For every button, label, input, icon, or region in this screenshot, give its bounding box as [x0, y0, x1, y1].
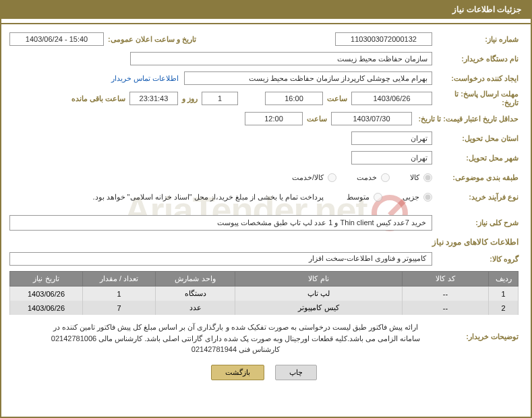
label-reply-deadline: مهلت ارسال پاسخ: تا تاریخ:	[432, 90, 519, 107]
label-hour-2: ساعت	[307, 115, 327, 123]
field-province: تهران	[351, 131, 432, 145]
table-row: 2--کیس کامپیوترعدد71403/06/26	[10, 301, 519, 315]
field-remaining-time: 23:31:43	[129, 92, 178, 105]
field-overall-desc: خرید 7عدد کیس Thin client و 1 عدد لپ تاپ…	[9, 215, 432, 231]
table-cell-code: --	[403, 287, 489, 301]
category-radio-0[interactable]	[423, 173, 432, 182]
category-label-1: خدمت	[357, 173, 377, 182]
print-button[interactable]: چاپ	[275, 365, 317, 380]
label-province: استان محل تحویل:	[432, 134, 519, 143]
table-cell-date: 1403/06/26	[10, 301, 83, 315]
label-days-and: روز و	[182, 94, 198, 103]
label-requester: ایجاد کننده درخواست:	[432, 74, 519, 83]
table-header-4: تعداد / مقدار	[83, 272, 156, 287]
table-cell-idx: 2	[489, 301, 519, 315]
table-header-1: کد کالا	[403, 272, 489, 287]
category-option-1[interactable]: خدمت	[357, 173, 390, 182]
process-option-1[interactable]: متوسط	[347, 193, 382, 202]
label-need-no: شماره نیاز:	[432, 35, 519, 44]
label-remaining: ساعت باقی مانده	[71, 94, 125, 103]
table-header-5: تاریخ نیاز	[10, 272, 83, 287]
field-remaining-days: 1	[202, 92, 238, 105]
label-purchase-type: نوع فرآیند خرید:	[432, 193, 519, 202]
table-cell-code: --	[403, 301, 489, 315]
purchase-note: پرداخت تمام یا بخشی از مبلغ خرید،از محل …	[92, 193, 324, 202]
table-row: 1--لپ تاپدستگاه11403/06/26	[10, 287, 519, 301]
label-buyer-notes: توضیحات خریدار:	[432, 320, 519, 341]
section-goods-info: اطلاعات کالاهای مورد نیاز	[9, 237, 519, 247]
label-min-validity: حداقل تاریخ اعتبار قیمت: تا تاریخ:	[412, 115, 519, 123]
table-cell-qty: 7	[83, 301, 156, 315]
goods-table: ردیفکد کالانام کالاواحد شمارشتعداد / مقد…	[9, 271, 519, 315]
table-cell-unit: عدد	[156, 301, 235, 315]
category-label-0: کالا	[410, 173, 419, 182]
label-goods-group: گروه کالا:	[432, 255, 519, 264]
back-button[interactable]: بازگشت	[211, 365, 264, 380]
label-city: شهر محل تحویل:	[432, 154, 519, 162]
table-cell-unit: دستگاه	[156, 287, 235, 301]
field-reply-time: 16:00	[265, 92, 323, 105]
field-requester: بهرام ملایی چوشلی کارپرداز سازمان حفاظت …	[184, 71, 432, 85]
field-validity-time: 12:00	[245, 112, 303, 125]
process-radio-1[interactable]	[374, 193, 382, 202]
field-validity-date: 1403/07/30	[331, 112, 412, 125]
process-label-0: جزیی	[403, 193, 419, 202]
label-hour-1: ساعت	[327, 94, 347, 103]
table-header-0: ردیف	[489, 272, 519, 287]
field-city: تهران	[351, 151, 432, 165]
process-option-0[interactable]: جزیی	[403, 193, 432, 202]
buyer-contact-link[interactable]: اطلاعات تماس خریدار	[111, 74, 179, 83]
category-label-2: کالا/خدمت	[292, 173, 324, 182]
label-announce-datetime: تاریخ و ساعت اعلان عمومی:	[108, 35, 196, 44]
category-radio-1[interactable]	[381, 173, 390, 182]
field-buyer-org: سازمان حفاظت محیط زیست	[130, 52, 432, 65]
table-cell-name: لپ تاپ	[235, 287, 403, 301]
field-goods-group: کامپیوتر و فناوری اطلاعات-سخت افزار	[9, 252, 432, 266]
field-announce-datetime: 1403/06/24 - 15:40	[9, 32, 104, 46]
field-buyer-notes: ارائه پیش فاکتور طبق لیست درخواستی به صو…	[9, 320, 432, 357]
category-radio-2[interactable]	[328, 173, 336, 182]
category-option-2[interactable]: کالا/خدمت	[292, 173, 336, 182]
table-cell-qty: 1	[83, 287, 156, 301]
process-label-1: متوسط	[347, 193, 370, 202]
table-header-3: واحد شمارش	[156, 272, 235, 287]
label-buyer-org: نام دستگاه خریدار:	[432, 55, 519, 63]
table-cell-idx: 1	[489, 287, 519, 301]
label-category-type: طبقه بندی موضوعی:	[432, 173, 519, 182]
panel-title: جزئیات اطلاعات نیاز	[1, 0, 531, 19]
table-cell-name: کیس کامپیوتر	[235, 301, 403, 315]
table-header-2: نام کالا	[235, 272, 403, 287]
process-radio-0[interactable]	[423, 193, 432, 202]
category-option-0[interactable]: کالا	[410, 173, 432, 182]
field-reply-date: 1403/06/26	[351, 92, 432, 105]
label-overall-desc: شرح کلی نیاز:	[432, 218, 519, 227]
field-need-no: 1103003072000132	[335, 32, 432, 46]
table-cell-date: 1403/06/26	[10, 287, 83, 301]
